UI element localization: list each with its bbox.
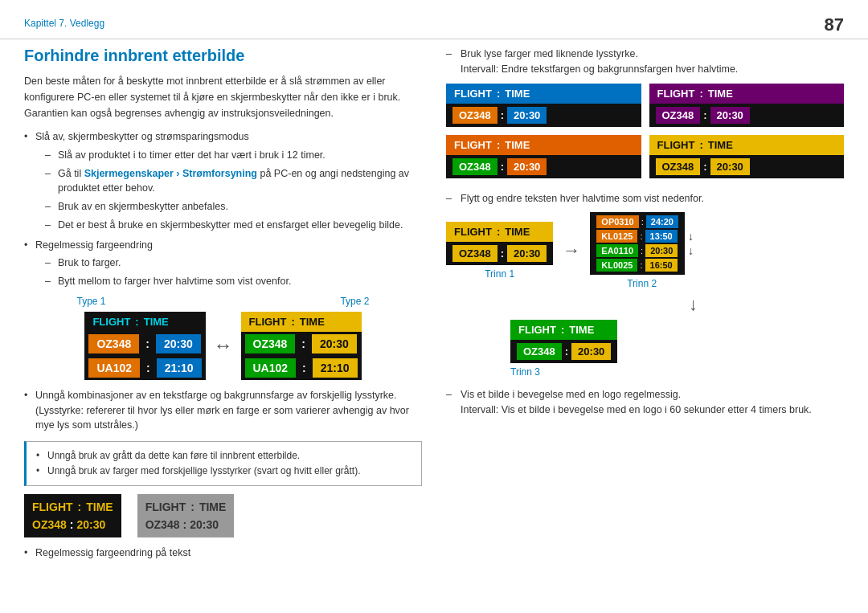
trinn-row-1-2: FLIGHT : TIME OZ348 : 20:30 Trinn 1 → xyxy=(446,212,844,289)
colon-r4-h: : xyxy=(699,139,702,151)
time-label-t1h: TIME xyxy=(144,316,169,328)
colon-r4: : xyxy=(703,161,706,173)
sub-item-1-2: Gå til Skjermegenskaper › Strømforsyning… xyxy=(45,166,422,197)
t2110-t1: 21:10 xyxy=(157,358,202,378)
bottom-bullet-list: Regelmessig fargeendring på tekst xyxy=(24,546,422,561)
op0310-t2: OP0310 xyxy=(596,215,638,228)
trinn-down-arrow-wrapper: ↓ xyxy=(542,294,844,315)
t2030-trinn1: 20:30 xyxy=(507,245,547,262)
sub-item-2-1: Bruk to farger. xyxy=(45,255,422,271)
sep2: : xyxy=(640,231,642,241)
oz348-r1: OZ348 xyxy=(452,107,497,124)
flight-trinn3-h: FLIGHT xyxy=(518,324,556,336)
type1-label: Type 1 xyxy=(76,296,105,307)
sub-item-1-3: Bruk av en skjermbeskytter anbefales. xyxy=(45,199,422,215)
bullet-item-2: Regelmessig fargeendring Bruk to farger.… xyxy=(24,238,422,289)
right-dash-2: Flytt og endre teksten hver halvtime som… xyxy=(446,191,844,206)
sep4: : xyxy=(640,260,642,270)
warning-item-1: Unngå bruk av grått da dette kan føre ti… xyxy=(36,448,411,464)
oz348-trinn3: OZ348 xyxy=(517,343,562,360)
top-divider xyxy=(0,39,868,39)
warning-box: Unngå bruk av grått da dette kan føre ti… xyxy=(24,441,422,486)
oz348-t1: OZ348 xyxy=(88,334,139,353)
flight-label-t1h: FLIGHT xyxy=(92,316,130,328)
flight-r3-h: FLIGHT xyxy=(454,139,492,151)
t2030-r2: 20:30 xyxy=(710,107,750,124)
flight-trinn1-h: FLIGHT xyxy=(454,226,492,238)
right-board-3: FLIGHT : TIME OZ348 : 20:30 xyxy=(446,135,641,178)
avoid-item: Unngå kombinasjoner av en tekstfarge og … xyxy=(24,388,422,433)
colon-b2-r: : xyxy=(182,518,186,531)
flight-b2-h: FLIGHT xyxy=(145,501,186,513)
flight-r1-h: FLIGHT xyxy=(454,88,492,100)
right-board-4: FLIGHT : TIME OZ348 : 20:30 xyxy=(649,135,845,178)
trinn1-wrapper: FLIGHT : TIME OZ348 : 20:30 Trinn 1 xyxy=(446,222,553,280)
bottom-boards-row: FLIGHT : TIME OZ348 : 20:30 FLIGHT xyxy=(24,494,422,537)
sub-item-1-4: Det er best å bruke en skjermbeskytter m… xyxy=(45,218,422,233)
trinn3-label: Trinn 3 xyxy=(510,366,540,378)
colon-trinn1-r: : xyxy=(501,247,504,260)
colon-trinn3-h: : xyxy=(561,324,564,336)
oz348-r3: OZ348 xyxy=(452,158,497,175)
colon-r3: : xyxy=(501,161,504,173)
t1350-t2: 13:50 xyxy=(645,230,678,243)
flight-r2-h: FLIGHT xyxy=(657,88,695,100)
trinn1-board: FLIGHT : TIME OZ348 : 20:30 xyxy=(446,222,553,265)
right-column: Bruk lyse farger med liknende lysstyrke.… xyxy=(446,47,844,566)
right-board-1: FLIGHT : TIME OZ348 : 20:30 xyxy=(446,84,641,127)
type1-board: FLIGHT : TIME OZ348 : 20:30 UA102 : 21:1… xyxy=(84,312,205,380)
t2030-r4: 20:30 xyxy=(710,158,750,175)
type-labels: Type 1 Type 2 xyxy=(24,296,422,307)
right-dash-3: Vis et bilde i bevegelse med en logo reg… xyxy=(446,387,844,418)
trinn2-board: OP0310 : 24:20 KL0125 : 13:50 EA0110 xyxy=(590,212,685,275)
colon-b1-r: : xyxy=(70,518,74,531)
type-boards-row: FLIGHT : TIME OZ348 : 20:30 UA102 : 21:1… xyxy=(24,312,422,380)
colon-r1: : xyxy=(501,109,504,121)
colon-t1r1: : xyxy=(141,334,154,353)
oz348-r4: OZ348 xyxy=(656,158,701,175)
oz348-b1: OZ348 xyxy=(32,518,67,531)
trinn2-wrapper: OP0310 : 24:20 KL0125 : 13:50 EA0110 xyxy=(590,212,694,289)
t2030-r3: 20:30 xyxy=(507,158,547,175)
t2030-b1: 20:30 xyxy=(76,518,105,531)
colon-r2: : xyxy=(703,109,706,121)
warning-list: Unngå bruk av grått da dette kan føre ti… xyxy=(36,448,411,479)
time-label-t2h: TIME xyxy=(300,316,325,328)
sub-item-1-1: Slå av produktet i to timer etter det ha… xyxy=(45,148,422,163)
trinn3-wrapper: FLIGHT : TIME OZ348 : 20:30 Trinn 3 xyxy=(510,320,844,378)
ua102-t1: UA102 xyxy=(88,358,140,378)
colon-t1r2: : xyxy=(141,358,155,378)
flight-label-t2h: FLIGHT xyxy=(249,316,287,328)
time-r2-h: TIME xyxy=(708,88,733,100)
type2-label: Type 2 xyxy=(340,296,369,307)
colon-trinn1-h: : xyxy=(497,226,500,238)
bottom-board-2: FLIGHT : TIME OZ348 : 20:30 xyxy=(137,494,235,537)
right-dash-1: Bruk lyse farger med liknende lysstyrke.… xyxy=(446,47,844,77)
colon-t2r1: : xyxy=(297,334,310,353)
kl0025-t2: KL0025 xyxy=(596,259,637,272)
time-r4-h: TIME xyxy=(708,139,733,151)
intro-text: Den beste måten for å beskytte mot innbr… xyxy=(24,73,422,121)
t2030-trinn3: 20:30 xyxy=(571,343,611,360)
colon-trinn3-r: : xyxy=(565,345,568,358)
trinn2-board-row: OP0310 : 24:20 KL0125 : 13:50 EA0110 xyxy=(590,212,694,275)
t2030-b2: 20:30 xyxy=(190,518,219,531)
oz348-t2: OZ348 xyxy=(245,334,296,353)
t2030-t1: 20:30 xyxy=(156,334,201,353)
page-number: 87 xyxy=(825,14,844,35)
colon-b2-h: : xyxy=(190,501,194,513)
colon-t1h: : xyxy=(135,316,138,328)
right-boards-grid: FLIGHT : TIME OZ348 : 20:30 FLIGHT : TIM… xyxy=(446,84,844,178)
arrow-down-2: ↓ xyxy=(688,244,694,257)
ea0110-t2: EA0110 xyxy=(596,244,638,257)
sub-item-2-2: Bytt mellom to farger hver halvtime som … xyxy=(45,274,422,289)
trinn2-label: Trinn 2 xyxy=(627,278,657,289)
trinn-arrow-right: → xyxy=(563,240,580,261)
time-trinn3-h: TIME xyxy=(569,324,594,336)
link-skjerm[interactable]: Skjermegenskaper › Strømforsyning xyxy=(84,168,257,179)
oz348-b2: OZ348 xyxy=(145,518,180,531)
time-b1-h: TIME xyxy=(86,501,113,513)
bottom-board-1: FLIGHT : TIME OZ348 : 20:30 xyxy=(24,494,121,537)
bullet-item-1: Slå av, skjermbeskytter og strømsparings… xyxy=(24,129,422,233)
left-column: Forhindre innbrent etterbilde Den beste … xyxy=(24,47,422,566)
